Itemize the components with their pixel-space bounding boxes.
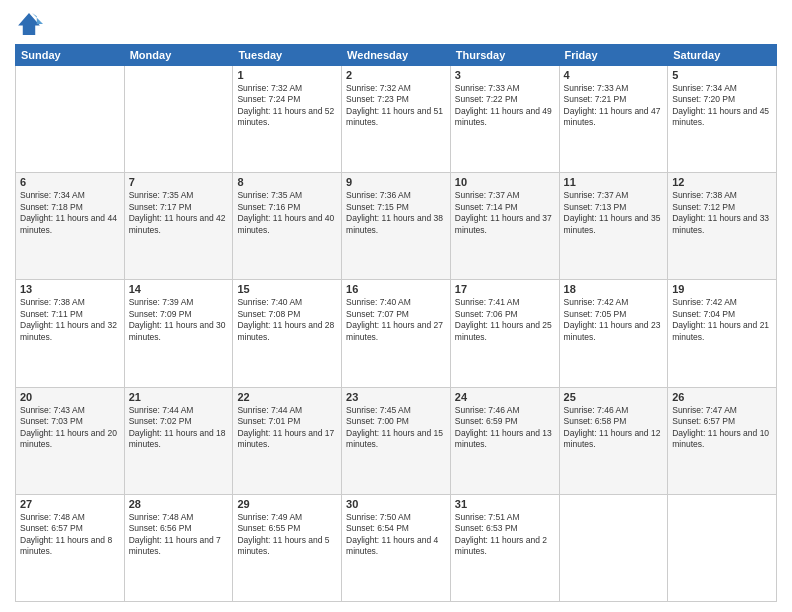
day-info: Sunrise: 7:38 AMSunset: 7:12 PMDaylight:… [672,190,772,236]
calendar-cell-w3-d0: 13Sunrise: 7:38 AMSunset: 7:11 PMDayligh… [16,280,125,387]
day-info: Sunrise: 7:43 AMSunset: 7:03 PMDaylight:… [20,405,120,451]
calendar-cell-w2-d4: 10Sunrise: 7:37 AMSunset: 7:14 PMDayligh… [450,173,559,280]
day-number: 4 [564,69,664,81]
day-info: Sunrise: 7:39 AMSunset: 7:09 PMDaylight:… [129,297,229,343]
day-number: 25 [564,391,664,403]
day-number: 31 [455,498,555,510]
day-info: Sunrise: 7:48 AMSunset: 6:56 PMDaylight:… [129,512,229,558]
day-number: 27 [20,498,120,510]
day-number: 18 [564,283,664,295]
calendar-cell-w5-d6 [668,494,777,601]
day-info: Sunrise: 7:45 AMSunset: 7:00 PMDaylight:… [346,405,446,451]
page: SundayMondayTuesdayWednesdayThursdayFrid… [0,0,792,612]
day-number: 3 [455,69,555,81]
day-number: 12 [672,176,772,188]
weekday-saturday: Saturday [668,45,777,66]
calendar-cell-w4-d0: 20Sunrise: 7:43 AMSunset: 7:03 PMDayligh… [16,387,125,494]
calendar-cell-w4-d3: 23Sunrise: 7:45 AMSunset: 7:00 PMDayligh… [342,387,451,494]
calendar-cell-w2-d3: 9Sunrise: 7:36 AMSunset: 7:15 PMDaylight… [342,173,451,280]
day-info: Sunrise: 7:35 AMSunset: 7:17 PMDaylight:… [129,190,229,236]
calendar-cell-w3-d5: 18Sunrise: 7:42 AMSunset: 7:05 PMDayligh… [559,280,668,387]
calendar-cell-w2-d2: 8Sunrise: 7:35 AMSunset: 7:16 PMDaylight… [233,173,342,280]
day-info: Sunrise: 7:42 AMSunset: 7:05 PMDaylight:… [564,297,664,343]
day-number: 26 [672,391,772,403]
day-number: 17 [455,283,555,295]
day-info: Sunrise: 7:47 AMSunset: 6:57 PMDaylight:… [672,405,772,451]
day-info: Sunrise: 7:32 AMSunset: 7:24 PMDaylight:… [237,83,337,129]
day-number: 28 [129,498,229,510]
day-info: Sunrise: 7:41 AMSunset: 7:06 PMDaylight:… [455,297,555,343]
day-number: 8 [237,176,337,188]
day-info: Sunrise: 7:44 AMSunset: 7:01 PMDaylight:… [237,405,337,451]
calendar-cell-w3-d6: 19Sunrise: 7:42 AMSunset: 7:04 PMDayligh… [668,280,777,387]
week-row-5: 27Sunrise: 7:48 AMSunset: 6:57 PMDayligh… [16,494,777,601]
calendar-cell-w4-d6: 26Sunrise: 7:47 AMSunset: 6:57 PMDayligh… [668,387,777,494]
day-info: Sunrise: 7:46 AMSunset: 6:59 PMDaylight:… [455,405,555,451]
calendar-cell-w3-d1: 14Sunrise: 7:39 AMSunset: 7:09 PMDayligh… [124,280,233,387]
day-info: Sunrise: 7:33 AMSunset: 7:21 PMDaylight:… [564,83,664,129]
day-info: Sunrise: 7:36 AMSunset: 7:15 PMDaylight:… [346,190,446,236]
day-info: Sunrise: 7:40 AMSunset: 7:08 PMDaylight:… [237,297,337,343]
day-number: 7 [129,176,229,188]
day-number: 2 [346,69,446,81]
calendar-cell-w1-d1 [124,66,233,173]
calendar-table: SundayMondayTuesdayWednesdayThursdayFrid… [15,44,777,602]
day-info: Sunrise: 7:37 AMSunset: 7:13 PMDaylight:… [564,190,664,236]
day-number: 6 [20,176,120,188]
day-number: 10 [455,176,555,188]
calendar-cell-w3-d4: 17Sunrise: 7:41 AMSunset: 7:06 PMDayligh… [450,280,559,387]
calendar-cell-w3-d3: 16Sunrise: 7:40 AMSunset: 7:07 PMDayligh… [342,280,451,387]
calendar-cell-w5-d5 [559,494,668,601]
weekday-monday: Monday [124,45,233,66]
day-info: Sunrise: 7:34 AMSunset: 7:18 PMDaylight:… [20,190,120,236]
day-number: 14 [129,283,229,295]
calendar-cell-w1-d0 [16,66,125,173]
calendar-cell-w2-d6: 12Sunrise: 7:38 AMSunset: 7:12 PMDayligh… [668,173,777,280]
week-row-2: 6Sunrise: 7:34 AMSunset: 7:18 PMDaylight… [16,173,777,280]
calendar-cell-w2-d1: 7Sunrise: 7:35 AMSunset: 7:17 PMDaylight… [124,173,233,280]
day-info: Sunrise: 7:40 AMSunset: 7:07 PMDaylight:… [346,297,446,343]
day-info: Sunrise: 7:38 AMSunset: 7:11 PMDaylight:… [20,297,120,343]
day-number: 21 [129,391,229,403]
day-number: 16 [346,283,446,295]
day-number: 20 [20,391,120,403]
day-info: Sunrise: 7:44 AMSunset: 7:02 PMDaylight:… [129,405,229,451]
calendar-cell-w4-d5: 25Sunrise: 7:46 AMSunset: 6:58 PMDayligh… [559,387,668,494]
day-info: Sunrise: 7:42 AMSunset: 7:04 PMDaylight:… [672,297,772,343]
week-row-3: 13Sunrise: 7:38 AMSunset: 7:11 PMDayligh… [16,280,777,387]
weekday-thursday: Thursday [450,45,559,66]
day-info: Sunrise: 7:46 AMSunset: 6:58 PMDaylight:… [564,405,664,451]
day-number: 24 [455,391,555,403]
calendar-cell-w5-d1: 28Sunrise: 7:48 AMSunset: 6:56 PMDayligh… [124,494,233,601]
weekday-wednesday: Wednesday [342,45,451,66]
week-row-1: 1Sunrise: 7:32 AMSunset: 7:24 PMDaylight… [16,66,777,173]
calendar-cell-w1-d5: 4Sunrise: 7:33 AMSunset: 7:21 PMDaylight… [559,66,668,173]
calendar-cell-w3-d2: 15Sunrise: 7:40 AMSunset: 7:08 PMDayligh… [233,280,342,387]
calendar-cell-w2-d5: 11Sunrise: 7:37 AMSunset: 7:13 PMDayligh… [559,173,668,280]
weekday-friday: Friday [559,45,668,66]
calendar-cell-w4-d1: 21Sunrise: 7:44 AMSunset: 7:02 PMDayligh… [124,387,233,494]
day-number: 30 [346,498,446,510]
day-number: 23 [346,391,446,403]
logo-icon [15,10,43,38]
calendar-cell-w2-d0: 6Sunrise: 7:34 AMSunset: 7:18 PMDaylight… [16,173,125,280]
calendar-cell-w5-d4: 31Sunrise: 7:51 AMSunset: 6:53 PMDayligh… [450,494,559,601]
calendar-cell-w1-d4: 3Sunrise: 7:33 AMSunset: 7:22 PMDaylight… [450,66,559,173]
day-number: 1 [237,69,337,81]
logo [15,10,47,38]
day-info: Sunrise: 7:34 AMSunset: 7:20 PMDaylight:… [672,83,772,129]
day-info: Sunrise: 7:51 AMSunset: 6:53 PMDaylight:… [455,512,555,558]
day-number: 15 [237,283,337,295]
day-number: 22 [237,391,337,403]
calendar-cell-w5-d3: 30Sunrise: 7:50 AMSunset: 6:54 PMDayligh… [342,494,451,601]
day-number: 29 [237,498,337,510]
weekday-tuesday: Tuesday [233,45,342,66]
day-number: 19 [672,283,772,295]
calendar-cell-w5-d0: 27Sunrise: 7:48 AMSunset: 6:57 PMDayligh… [16,494,125,601]
day-number: 11 [564,176,664,188]
calendar-cell-w1-d6: 5Sunrise: 7:34 AMSunset: 7:20 PMDaylight… [668,66,777,173]
day-info: Sunrise: 7:33 AMSunset: 7:22 PMDaylight:… [455,83,555,129]
day-info: Sunrise: 7:32 AMSunset: 7:23 PMDaylight:… [346,83,446,129]
day-info: Sunrise: 7:50 AMSunset: 6:54 PMDaylight:… [346,512,446,558]
day-number: 5 [672,69,772,81]
